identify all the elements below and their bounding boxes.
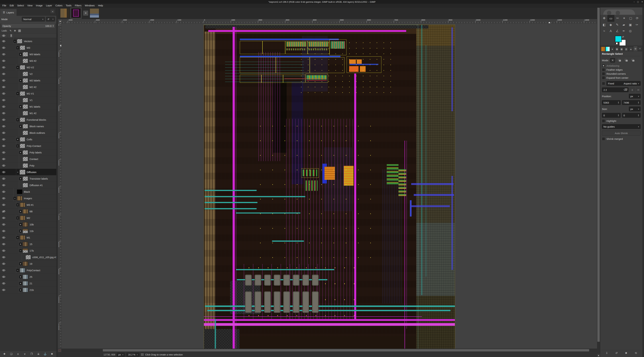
portrait-icon[interactable]: ▯ (630, 88, 634, 92)
collapse-icon[interactable]: − (16, 145, 19, 147)
layer-visibility-toggle[interactable] (0, 158, 8, 160)
layer-row-21b[interactable]: +21b (0, 287, 56, 293)
menu-filters[interactable]: Filters (73, 4, 83, 7)
mode-switch-button[interactable]: ↺ ∨ (46, 17, 55, 22)
menu-windows[interactable]: Windows (83, 4, 96, 7)
layer-visibility-toggle[interactable] (0, 210, 8, 212)
expand-icon[interactable]: + (16, 138, 19, 141)
expand-from-center-checkbox[interactable] (602, 76, 605, 79)
minimize-button[interactable]: – (634, 1, 635, 3)
expand-icon[interactable]: + (19, 223, 22, 226)
menu-help[interactable]: Help (96, 4, 105, 7)
layer-row-contact[interactable]: Contact (0, 156, 56, 162)
layer-visibility-toggle[interactable] (0, 151, 8, 154)
mode-subtract-button[interactable] (624, 58, 628, 62)
position-unit-select[interactable]: px ∨ (629, 94, 641, 99)
layer-row-images[interactable]: −Images (0, 195, 56, 202)
tab-layers[interactable]: ☰ Layers (0, 9, 17, 16)
layer-row-vectors[interactable]: −Vectors (0, 38, 56, 45)
menu-select[interactable]: Select (16, 4, 26, 7)
image-tab-2[interactable] (71, 9, 81, 18)
expand-icon[interactable]: + (19, 275, 22, 278)
layer-visibility-toggle[interactable] (0, 53, 8, 55)
menu-edit[interactable]: Edit (8, 4, 16, 7)
collapse-icon[interactable]: − (19, 249, 22, 252)
expand-icon[interactable]: + (19, 210, 22, 213)
layer-row-diffusion[interactable]: −Diffusion (0, 169, 56, 175)
layer-row-poly[interactable]: Poly (0, 162, 56, 169)
layer-visibility-toggle[interactable] (0, 66, 8, 69)
layer-visibility-toggle[interactable] (0, 132, 8, 134)
expand-icon[interactable]: + (19, 177, 22, 180)
expand-icon[interactable]: + (19, 53, 22, 56)
layer-row-transistor-labels[interactable]: +Transistor labels (0, 175, 56, 182)
expand-icon[interactable]: + (19, 79, 22, 82)
expand-icon[interactable]: + (19, 282, 22, 285)
size-h-input[interactable]: 0 ▲▼ (622, 113, 641, 118)
layer-visibility-toggle[interactable] (0, 178, 8, 180)
position-x-input[interactable]: 5363 ▲▼ (602, 100, 621, 105)
layer-row-21[interactable]: +21 (0, 280, 56, 287)
layer-row-m3-1[interactable]: −M3 #1 (0, 202, 56, 208)
fixed-type-select[interactable]: Fixed Aspect ratio ∨ (606, 81, 641, 86)
layer-row-polycontact[interactable]: −PolyContact (0, 267, 56, 274)
layer-row-v1[interactable]: V1 (0, 97, 56, 103)
menu-layer[interactable]: Layer (44, 4, 54, 7)
aspect-ratio-input[interactable]: 1:1 ⌫ (602, 88, 628, 92)
collapse-icon[interactable]: − (16, 118, 19, 121)
new-layer-button[interactable]: ✚ (2, 352, 7, 356)
histogram-tab[interactable]: ▲ (629, 47, 633, 51)
expand-icon[interactable]: + (19, 243, 22, 246)
size-unit-select[interactable]: px ∨ (629, 107, 641, 111)
delete-layer-button[interactable]: ✖ (50, 352, 54, 356)
expand-icon[interactable]: + (19, 262, 22, 265)
layer-visibility-toggle[interactable] (0, 73, 8, 75)
zoom-tool[interactable]: ◎ (627, 28, 634, 34)
mode-add-button[interactable] (617, 58, 622, 62)
layer-visibility-toggle[interactable] (0, 40, 8, 42)
layer-visibility-toggle[interactable] (0, 282, 8, 284)
title-bar[interactable]: *eeprom2.xcf-196.0 (RGB color 8-bit gamm… (0, 0, 644, 4)
swap-colors-icon[interactable]: ⇄ (622, 36, 624, 38)
fonts-tab[interactable]: ▥ (624, 47, 628, 51)
layer-visibility-toggle[interactable] (0, 47, 8, 49)
feather-edges-checkbox[interactable] (602, 68, 605, 71)
anchor-layer-button[interactable]: ⚓ (42, 352, 48, 356)
zoom-select[interactable]: 16.2 % ∨ (126, 353, 139, 357)
ruler-menu-button[interactable]: ▶ (58, 19, 62, 23)
navigation-button[interactable]: ▲ (597, 353, 600, 357)
expand-icon[interactable]: + (19, 151, 22, 154)
layer-row-v2[interactable]: V2 (0, 71, 56, 77)
layer-visibility-toggle[interactable] (0, 217, 8, 219)
position-y-input[interactable]: 7496 ▲▼ (622, 100, 641, 105)
layer-row-poly-contact[interactable]: −Poly-Contact (0, 143, 56, 149)
layer-visibility-toggle[interactable] (0, 230, 8, 232)
layer-visibility-toggle[interactable] (0, 119, 8, 121)
collapse-icon[interactable]: − (14, 40, 16, 43)
layer-row-diffusion-1[interactable]: Diffusion #1 (0, 182, 56, 188)
color-picker-tool[interactable]: ✒ (620, 28, 627, 34)
collapse-icon[interactable]: − (16, 203, 19, 206)
layer-visibility-toggle[interactable] (0, 93, 8, 95)
lower-layer-button[interactable]: ∨ (22, 352, 27, 356)
mode-intersect-button[interactable] (631, 58, 635, 62)
layer-visibility-toggle[interactable] (0, 191, 8, 193)
layer-visibility-toggle[interactable] (0, 171, 8, 173)
layer-row-c006-r011-z05-jpg-1[interactable]: c006_r011_z05.jpg #1 (0, 254, 56, 260)
close-icon[interactable]: ✕ (83, 11, 88, 16)
menu-file[interactable]: File (1, 4, 8, 7)
new-group-button[interactable]: ❏ (9, 352, 14, 356)
opacity-slider[interactable]: Opacity 100.0 ▲▼ (1, 24, 55, 28)
layer-row-6b[interactable]: +6B (0, 208, 56, 215)
layer-visibility-toggle[interactable] (0, 236, 8, 239)
layer-row-m3[interactable]: −M3 (0, 45, 56, 51)
highlight-checkbox[interactable] (602, 119, 605, 123)
foreground-color-swatch[interactable] (615, 36, 622, 42)
mode-replace-button[interactable] (610, 58, 615, 63)
delete-preset-button[interactable]: ✖ (625, 351, 627, 355)
image-tab-1[interactable] (60, 9, 70, 18)
layer-mode-select[interactable]: Normal ∨ (22, 17, 45, 22)
raise-layer-button[interactable]: ∧ (16, 352, 20, 356)
menu-view[interactable]: View (26, 4, 34, 7)
crop-tool[interactable]: ▢ (628, 15, 634, 21)
